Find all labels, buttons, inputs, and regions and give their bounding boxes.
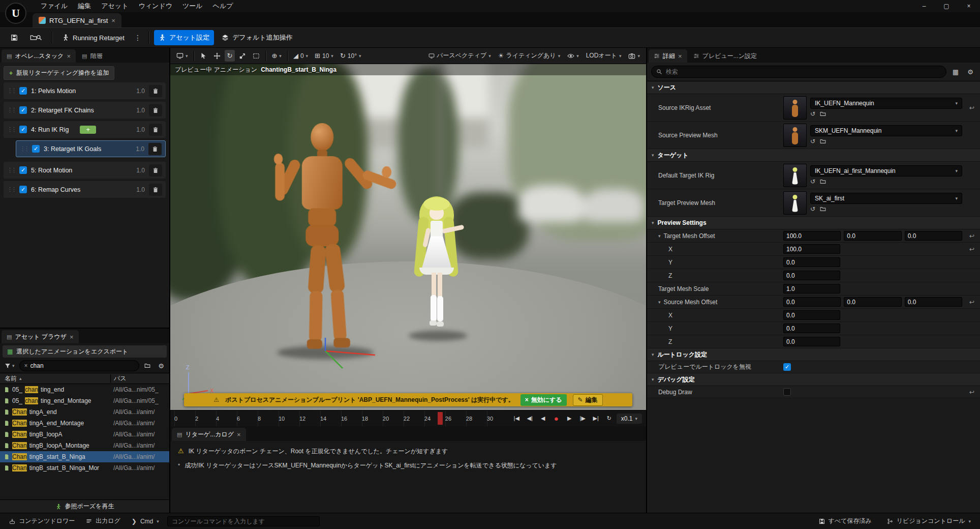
drag-handle-icon[interactable]: ⋮⋮ <box>7 167 15 173</box>
section-preview-settings[interactable]: ▾ Preview Settings <box>647 217 980 229</box>
play-reverse-button[interactable]: ◀ <box>537 413 549 424</box>
screenshot-button[interactable]: ▾ <box>626 50 642 62</box>
minimize-button[interactable]: – <box>913 3 935 10</box>
loop-button[interactable]: ↻ <box>603 413 615 424</box>
op-row-run-ik-rig[interactable]: ⋮⋮ ✓ 4: Run IK Rig + 1.0 <box>4 121 166 138</box>
menu-file[interactable]: ファイル <box>36 0 73 12</box>
use-selected-asset-icon[interactable]: ↺ <box>810 178 815 185</box>
maximize-button[interactable]: ▢ <box>935 3 958 10</box>
coordinate-system-button[interactable]: ⊕▾ <box>269 50 284 62</box>
op-enabled-checkbox[interactable]: ✓ <box>19 186 27 193</box>
asset-row[interactable]: 05_chanting_end_Montage /All/Ga...nim/05… <box>0 395 169 406</box>
z-value-input[interactable] <box>783 271 840 280</box>
console-command-input[interactable] <box>167 516 320 526</box>
delete-op-button[interactable] <box>149 164 162 177</box>
add-child-op-button[interactable]: + <box>80 126 96 134</box>
y-value-input[interactable] <box>783 324 840 333</box>
target-offset-y-input[interactable] <box>844 231 901 241</box>
op-weight-value[interactable]: 1.0 <box>136 167 145 174</box>
op-weight-value[interactable]: 1.0 <box>136 145 144 153</box>
viewport-options-button[interactable]: ▾ <box>174 50 191 62</box>
drag-handle-icon[interactable]: ⋮⋮ <box>7 87 15 94</box>
output-log-button[interactable]: 出力ログ <box>83 515 124 527</box>
add-retarget-op-button[interactable]: + 新規リターゲティング操作を追加 <box>4 66 114 80</box>
target-ikrig-thumbnail[interactable] <box>783 164 807 187</box>
x-value-input[interactable] <box>783 244 840 254</box>
filter-button[interactable]: ▾ <box>3 362 17 370</box>
step-forward-button[interactable]: |▶ <box>577 413 589 424</box>
source-offset-y-input[interactable] <box>844 297 901 307</box>
record-button[interactable]: ● <box>550 413 562 424</box>
go-to-end-button[interactable]: ▶| <box>590 413 602 424</box>
move-tool-button[interactable] <box>211 50 223 62</box>
folder-options-button[interactable] <box>142 360 153 371</box>
op-weight-value[interactable]: 1.0 <box>136 107 145 114</box>
target-offset-x-input[interactable] <box>783 231 841 241</box>
reset-to-default-icon[interactable]: ↩ <box>966 232 978 240</box>
column-path[interactable]: パス <box>110 374 169 383</box>
use-selected-asset-icon[interactable]: ↺ <box>810 205 815 213</box>
target-character[interactable] <box>411 195 462 333</box>
close-window-button[interactable]: × <box>958 3 980 10</box>
tab-rtg-uefn-ai-first[interactable]: RTG_UEFN_ai_first × <box>33 13 121 27</box>
drag-handle-icon[interactable]: ⋮⋮ <box>7 107 15 113</box>
op-enabled-checkbox[interactable]: ✓ <box>19 87 27 95</box>
default-chain-ops-button[interactable]: デフォルト追加操作 <box>217 30 297 45</box>
browse-to-asset-icon[interactable] <box>820 138 826 144</box>
section-source[interactable]: ▾ ソース <box>647 81 980 94</box>
revision-control-button[interactable]: リビジョンコントロール ▾ <box>884 515 974 527</box>
asset-row-selected[interactable]: ChantingB_start_B_Ninga /All/Ga...i/anim… <box>0 451 169 462</box>
asset-row[interactable]: ChantingB_loopA_Montage /All/Ga...i/anim… <box>0 440 169 451</box>
browse-in-content-browser-button[interactable] <box>25 31 47 44</box>
reset-to-default-icon[interactable]: ↩ <box>966 246 978 253</box>
grid-snap-button[interactable]: ⊞10▾ <box>312 50 336 62</box>
menu-tools[interactable]: ツール <box>177 0 208 12</box>
show-flags-dropdown[interactable]: ▾ <box>565 50 581 62</box>
op-row-remap-curves[interactable]: ⋮⋮ ✓ 6: Remap Curves 1.0 <box>4 181 166 198</box>
reset-to-default-icon[interactable]: ↩ <box>966 104 978 111</box>
op-row-retarget-ik-goals[interactable]: ⋮⋮ ✓ 3: Retarget IK Goals 1.0 <box>16 140 166 157</box>
tab-asset-browser[interactable]: ▤ アセット ブラウザ × <box>2 330 79 343</box>
details-search-input[interactable] <box>666 68 941 75</box>
close-tab-icon[interactable]: × <box>237 431 241 438</box>
menu-help[interactable]: ヘルプ <box>208 0 238 12</box>
tab-preview-scene-settings[interactable]: プレビュー...ン設定 <box>688 49 762 63</box>
close-tab-icon[interactable]: × <box>67 52 71 60</box>
details-settings-button[interactable]: ⚙ <box>965 66 976 77</box>
asset-row[interactable]: ChantingA_end /All/Ga...i/anim/ <box>0 406 169 418</box>
asset-search-box[interactable]: × <box>19 360 139 371</box>
asset-row[interactable]: ChantingB_loopA /All/Ga...i/anim/ <box>0 429 169 440</box>
close-tab-icon[interactable]: × <box>70 333 74 341</box>
viewport-3d[interactable]: Z X プレビュー中 アニメーション ChantingB_start_B_Nin… <box>170 64 646 410</box>
section-target[interactable]: ▾ ターゲット <box>647 149 980 162</box>
target-offset-z-input[interactable] <box>905 231 962 241</box>
menu-edit[interactable]: 編集 <box>73 0 96 12</box>
op-row-pelvis-motion[interactable]: ⋮⋮ ✓ 1: Pelvis Motion 1.0 <box>4 82 166 99</box>
op-enabled-checkbox[interactable]: ✓ <box>19 126 27 133</box>
retarget-options-menu-icon[interactable]: ⋮ <box>132 34 143 42</box>
target-scale-input[interactable] <box>783 284 840 293</box>
display-options-button[interactable]: ▦ <box>950 66 961 77</box>
source-mesh-thumbnail[interactable] <box>783 124 807 147</box>
box-select-tool-button[interactable] <box>250 50 262 62</box>
tab-retarget-log[interactable]: ▤ リターゲ...カログ × <box>172 428 246 441</box>
op-weight-value[interactable]: 1.0 <box>136 186 145 193</box>
asset-settings-button[interactable]: アセット設定 <box>154 30 214 45</box>
play-button[interactable]: ▶ <box>564 413 575 424</box>
details-search-box[interactable] <box>651 66 946 78</box>
timeline-playhead[interactable] <box>438 412 443 425</box>
rotation-snap-button[interactable]: ↻10°▾ <box>338 50 364 62</box>
cmd-dropdown[interactable]: ❯ Cmd ▾ <box>129 516 162 527</box>
op-enabled-checkbox[interactable]: ✓ <box>32 145 40 153</box>
op-row-retarget-fk-chains[interactable]: ⋮⋮ ✓ 2: Retarget FK Chains 1.0 <box>4 102 166 119</box>
drag-handle-icon[interactable]: ⋮⋮ <box>20 145 28 152</box>
surface-snap-button[interactable]: ◢0▾ <box>291 50 311 62</box>
z-value-input[interactable] <box>783 337 840 346</box>
drag-handle-icon[interactable]: ⋮⋮ <box>7 126 15 133</box>
clear-search-icon[interactable]: × <box>24 362 28 369</box>
lod-dropdown[interactable]: LODオート▾ <box>584 49 624 62</box>
source-ikrig-thumbnail[interactable] <box>783 96 807 120</box>
save-all-status-button[interactable]: すべて保存済み <box>816 515 875 527</box>
edit-postprocess-button[interactable]: ✎ 編集 <box>573 394 603 406</box>
chevron-down-icon[interactable]: ▾ <box>658 233 661 239</box>
